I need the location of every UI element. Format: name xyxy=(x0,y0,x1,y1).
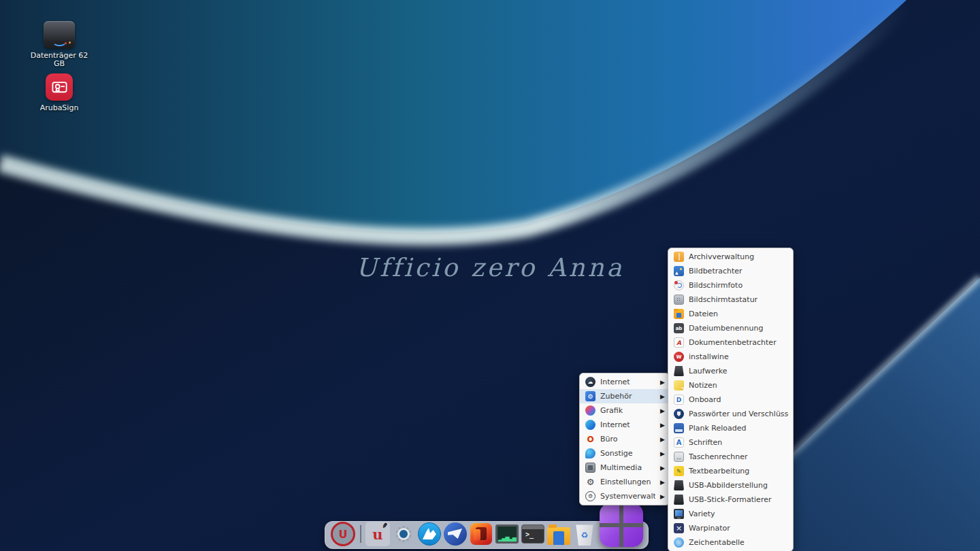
dock-system-monitor[interactable] xyxy=(494,522,520,546)
submenu-label: Dokumentenbetrachter xyxy=(689,338,789,347)
warpinator-icon xyxy=(674,523,684,533)
external-drive-icon xyxy=(44,21,75,48)
accessories-submenu: Archivverwaltung Bildbetrachter Bildschi… xyxy=(668,248,794,551)
multimedia-icon xyxy=(585,463,595,473)
settings-gear-icon xyxy=(585,477,595,487)
category-item-internet-1[interactable]: Internet ▶ xyxy=(580,375,669,389)
submenu-item-taschenrechner[interactable]: Taschenrechner xyxy=(668,450,793,464)
dock-terminal[interactable] xyxy=(520,522,546,546)
submenu-label: Passwörter und Verschlüsselung xyxy=(689,410,789,418)
submenu-label: Laufwerke xyxy=(689,367,789,375)
dock-ufficio-zero-launcher[interactable]: U xyxy=(329,522,357,546)
purple-window-menu-icon xyxy=(600,503,643,547)
submenu-item-passwoerter[interactable]: Passwörter und Verschlüsselung xyxy=(668,407,793,421)
passwords-keys-icon xyxy=(674,409,684,419)
gear-icon xyxy=(391,522,416,546)
archive-manager-icon xyxy=(674,252,684,262)
submenu-item-usb-abbilderstellung[interactable]: USB-Abbilderstellung xyxy=(668,478,793,492)
desktop-icon-arubasign[interactable]: ArubaSign xyxy=(27,73,92,112)
plank-dock-icon xyxy=(674,423,684,433)
dock-uz-pencil-app[interactable]: u xyxy=(365,522,391,546)
trash-can-icon xyxy=(574,522,595,546)
category-item-einstellungen[interactable]: Einstellungen ▶ xyxy=(580,475,669,489)
terminal-icon xyxy=(521,524,544,544)
category-item-zubehoer[interactable]: Zubehör ▶ xyxy=(580,389,669,403)
submenu-item-variety[interactable]: Variety xyxy=(668,507,793,521)
submenu-arrow-icon: ▶ xyxy=(660,379,665,386)
desktop-icon-volume[interactable]: Datenträger 62 GB xyxy=(27,21,92,68)
dock-file-manager[interactable] xyxy=(546,522,572,546)
other-swirl-icon xyxy=(585,448,595,458)
dock-app-menu-button[interactable] xyxy=(598,522,645,546)
submenu-label: USB-Abbilderstellung xyxy=(689,481,789,490)
submenu-item-dokumentenbetrachter[interactable]: Dokumentenbetrachter xyxy=(668,335,793,350)
fonts-icon xyxy=(674,437,684,448)
submenu-item-warpinator[interactable]: Warpinator xyxy=(668,521,793,535)
document-viewer-icon xyxy=(674,337,684,348)
disks-icon xyxy=(674,366,684,376)
dock-librewolf-browser[interactable] xyxy=(416,522,442,546)
submenu-label: Plank Reloaded xyxy=(689,424,789,433)
librewolf-wolf-icon xyxy=(418,522,441,546)
category-item-grafik[interactable]: Grafik ▶ xyxy=(580,403,669,418)
accessories-tools-icon xyxy=(585,391,595,401)
submenu-item-textbearbeitung[interactable]: Textbearbeitung xyxy=(668,464,793,478)
submenu-item-onboard[interactable]: Onboard xyxy=(668,393,793,407)
category-item-systemverwaltung[interactable]: Systemverwaltung ▶ xyxy=(580,489,669,503)
wallpaper-signature-text: Ufficio zero Anna xyxy=(356,253,625,282)
submenu-label: Notizen xyxy=(689,381,789,390)
submenu-arrow-icon: ▶ xyxy=(660,450,665,457)
arubasign-icon xyxy=(46,73,73,101)
dock-office[interactable] xyxy=(468,522,494,546)
submenu-label: installwine xyxy=(689,352,789,361)
submenu-arrow-icon: ▶ xyxy=(660,465,665,471)
desktop-icon-label: Datenträger 62 GB xyxy=(27,52,92,68)
submenu-item-zeichentabelle[interactable]: Zeichentabelle xyxy=(668,535,793,550)
category-item-multimedia[interactable]: Multimedia ▶ xyxy=(580,461,669,475)
submenu-item-bildbetrachter[interactable]: Bildbetrachter xyxy=(668,264,793,278)
submenu-label: Bildschirmfoto xyxy=(689,281,789,290)
submenu-item-schriften[interactable]: Schriften xyxy=(668,435,793,450)
screenshot-icon xyxy=(674,280,684,290)
submenu-item-installwine[interactable]: installwine xyxy=(668,350,793,364)
category-item-sonstige[interactable]: Sonstige ▶ xyxy=(580,446,669,461)
submenu-arrow-icon: ▶ xyxy=(660,393,665,400)
system-administration-icon xyxy=(585,491,595,501)
submenu-item-plank-reloaded[interactable]: Plank Reloaded xyxy=(668,421,793,435)
usb-image-writer-icon xyxy=(674,480,684,490)
category-item-buero[interactable]: Büro ▶ xyxy=(580,432,669,446)
submenu-label: Schriften xyxy=(689,438,789,447)
category-item-internet-2[interactable]: Internet ▶ xyxy=(580,418,669,432)
graphics-palette-icon xyxy=(585,405,595,416)
folder-icon xyxy=(547,527,570,545)
category-label: Einstellungen xyxy=(600,478,655,486)
submenu-label: Zeichentabelle xyxy=(689,538,789,547)
submenu-item-usb-stick-formatierer[interactable]: USB-Stick-Formatierer xyxy=(668,492,793,507)
dock-thunderbird-mail[interactable] xyxy=(442,522,468,546)
submenu-item-notizen[interactable]: Notizen xyxy=(668,378,793,393)
dock-trash[interactable] xyxy=(572,522,598,546)
calculator-icon xyxy=(674,452,684,462)
onboard-keyboard-icon xyxy=(674,395,684,405)
submenu-label: Onboard xyxy=(689,395,789,404)
submenu-item-bildschirmtastatur[interactable]: Bildschirmtastatur xyxy=(668,293,793,307)
submenu-item-laufwerke[interactable]: Laufwerke xyxy=(668,364,793,378)
category-label: Büro xyxy=(600,435,655,444)
uz-pencil-icon: u xyxy=(365,522,390,546)
submenu-item-bildschirmfoto[interactable]: Bildschirmfoto xyxy=(668,278,793,293)
category-menu: Internet ▶ Zubehör ▶ Grafik ▶ Internet ▶… xyxy=(579,373,670,505)
submenu-label: Bildschirmtastatur xyxy=(689,295,789,304)
submenu-item-dateien[interactable]: Dateien xyxy=(668,307,793,321)
character-map-icon xyxy=(674,537,684,548)
submenu-item-dateiumbenennung[interactable]: Dateiumbenennung xyxy=(668,321,793,335)
submenu-item-archivverwaltung[interactable]: Archivverwaltung xyxy=(668,250,793,264)
ufficio-zero-ring-icon: U xyxy=(331,522,355,546)
office-ring-icon xyxy=(585,434,595,444)
dock-settings[interactable] xyxy=(391,522,416,546)
system-monitor-icon xyxy=(495,524,519,544)
submenu-arrow-icon: ▶ xyxy=(660,436,665,443)
submenu-arrow-icon: ▶ xyxy=(660,407,665,414)
submenu-label: Warpinator xyxy=(689,524,789,533)
category-label: Sonstige xyxy=(600,449,655,458)
edge-browser-icon xyxy=(585,420,595,430)
